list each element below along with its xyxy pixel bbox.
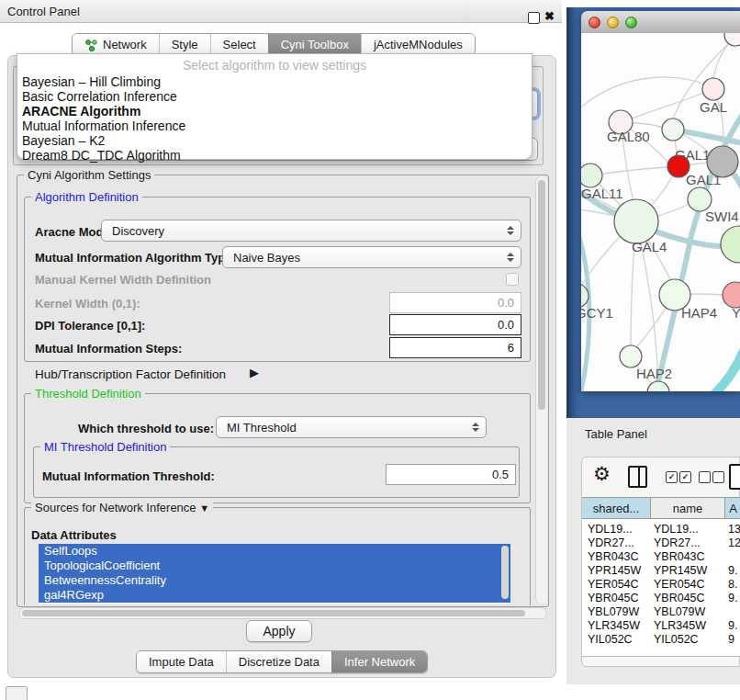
list-item[interactable]: gal4RGexp bbox=[39, 588, 510, 603]
cell[interactable]: YDL19... bbox=[588, 523, 633, 536]
cell[interactable]: YBL079W bbox=[588, 605, 639, 618]
cell[interactable]: YIL052C bbox=[588, 633, 633, 646]
cell[interactable]: YLR345W bbox=[654, 619, 706, 632]
cell[interactable]: YBR043C bbox=[654, 550, 705, 563]
network-node-label: GAL4 bbox=[632, 239, 667, 254]
cell[interactable]: YDL19... bbox=[654, 523, 699, 536]
dpi-tolerance-field[interactable]: 0.0 bbox=[389, 314, 521, 335]
cell[interactable]: YER054C bbox=[654, 578, 705, 591]
which-threshold-combobox[interactable]: MI Threshold bbox=[216, 416, 487, 438]
close-icon[interactable]: ✖ bbox=[544, 9, 555, 23]
dropdown-item[interactable]: Bayesian – Hill Climbing bbox=[17, 74, 532, 89]
dropdown-item[interactable]: Bayesian – K2 bbox=[17, 133, 532, 148]
aracne-mode-combobox[interactable]: Discovery bbox=[101, 220, 521, 242]
cell[interactable]: YLR345W bbox=[588, 619, 640, 632]
tab-jactivemnodules[interactable]: jActiveMNodules bbox=[361, 34, 475, 55]
network-node-label: GAL bbox=[700, 99, 727, 115]
apply-button[interactable]: Apply bbox=[246, 620, 312, 642]
dropdown-item-selected[interactable]: ARACNE Algorithm bbox=[17, 104, 532, 119]
combo-arrows-icon bbox=[507, 253, 514, 262]
columns-icon[interactable] bbox=[628, 466, 647, 488]
list-item[interactable]: SelfLoops bbox=[39, 544, 510, 559]
network-node[interactable] bbox=[723, 282, 740, 308]
column-header-shared-name[interactable]: shared... bbox=[582, 498, 651, 519]
expand-right-icon[interactable]: ▶ bbox=[250, 366, 259, 379]
cell[interactable]: YDR27... bbox=[654, 536, 701, 549]
mi-algorithm-type-combobox[interactable]: Naive Bayes bbox=[222, 246, 521, 268]
cyni-algorithm-settings-title: Cyni Algorithm Settings bbox=[24, 168, 154, 182]
tab-network[interactable]: Network bbox=[73, 34, 159, 55]
network-node[interactable] bbox=[724, 33, 740, 46]
list-item[interactable]: TopologicalCoefficient bbox=[39, 559, 510, 573]
cell[interactable]: YIL052C bbox=[654, 633, 699, 646]
tab-impute-data[interactable]: Impute Data bbox=[137, 651, 226, 672]
network-node[interactable] bbox=[647, 381, 669, 391]
sources-title: Sources for Network Inference ▼ bbox=[31, 501, 213, 514]
network-node[interactable] bbox=[614, 199, 658, 243]
panel-corner-button[interactable] bbox=[6, 686, 28, 700]
mi-steps-field[interactable]: 6 bbox=[389, 337, 521, 358]
close-traffic-light[interactable] bbox=[589, 17, 600, 28]
settings-vertical-scrollbar[interactable] bbox=[535, 176, 547, 604]
tab-select[interactable]: Select bbox=[210, 34, 268, 55]
hub-definition-expander-label[interactable]: Hub/Transcription Factor Definition bbox=[35, 367, 226, 381]
cell[interactable]: YPR145W bbox=[588, 564, 641, 577]
which-threshold-label: Which threshold to use: bbox=[78, 422, 214, 435]
aracne-mode-value: Discovery bbox=[112, 224, 164, 238]
kernel-width-field[interactable]: 0.0 bbox=[389, 292, 521, 313]
attributes-scrollbar-thumb[interactable] bbox=[501, 546, 509, 599]
cell[interactable]: YBR045C bbox=[654, 592, 705, 604]
which-threshold-value: MI Threshold bbox=[227, 421, 297, 435]
cell[interactable]: 9 bbox=[728, 633, 734, 646]
unchecked-checkbox-icon[interactable] bbox=[699, 471, 711, 483]
cell[interactable]: YDR27... bbox=[588, 536, 634, 549]
gear-icon[interactable]: ⚙ bbox=[593, 463, 611, 485]
expand-down-icon[interactable]: ▼ bbox=[199, 502, 209, 514]
list-item[interactable]: BetweennessCentrality bbox=[39, 573, 510, 588]
column-header-clipped[interactable]: A bbox=[725, 498, 740, 519]
column-header-name[interactable]: name bbox=[651, 498, 725, 519]
cell[interactable]: YBL079W bbox=[654, 605, 705, 618]
minimize-traffic-light[interactable] bbox=[607, 17, 619, 28]
unchecked-checkbox-icon[interactable] bbox=[712, 471, 724, 483]
cell[interactable]: 9. bbox=[728, 619, 737, 632]
checked-checkbox-icon[interactable]: ✓ bbox=[679, 471, 691, 483]
cell[interactable]: 8. bbox=[728, 578, 737, 591]
network-node[interactable] bbox=[662, 119, 684, 141]
network-node[interactable] bbox=[620, 345, 642, 367]
settings-horizontal-scrollbar[interactable] bbox=[18, 607, 547, 619]
network-canvas[interactable]: GALGAL80GAL10GAL1GAL11SWI4GAL4GCY1HAP4YH… bbox=[581, 33, 740, 391]
network-node[interactable] bbox=[581, 164, 602, 187]
network-nodes[interactable]: GALGAL80GAL10GAL1GAL11SWI4GAL4GCY1HAP4YH… bbox=[581, 33, 740, 391]
tab-infer-network[interactable]: Infer Network bbox=[331, 651, 427, 672]
float-window-icon[interactable] bbox=[528, 12, 540, 24]
manual-kernel-width-checkbox[interactable] bbox=[506, 273, 519, 286]
settings-vertical-scrollbar-thumb[interactable] bbox=[538, 180, 545, 410]
kernel-width-label: Kernel Width (0,1): bbox=[35, 297, 140, 310]
cell[interactable]: 13 bbox=[728, 523, 740, 536]
tab-style[interactable]: Style bbox=[159, 34, 210, 55]
network-node[interactable] bbox=[721, 226, 740, 263]
cell[interactable]: 9. bbox=[728, 592, 737, 604]
cell[interactable]: YBR045C bbox=[588, 592, 639, 604]
tab-discretize-data[interactable]: Discretize Data bbox=[226, 651, 331, 672]
tab-cyni-toolbox-label: Cyni Toolbox bbox=[281, 38, 349, 51]
network-node[interactable] bbox=[707, 146, 738, 177]
mi-threshold-field[interactable]: 0.5 bbox=[386, 464, 516, 485]
cell[interactable]: 9. bbox=[728, 564, 737, 577]
tab-cyni-toolbox[interactable]: Cyni Toolbox bbox=[268, 34, 361, 55]
cell[interactable]: YER054C bbox=[588, 578, 639, 591]
dropdown-item[interactable]: Dream8 DC_TDC Algorithm bbox=[17, 148, 532, 163]
network-node[interactable] bbox=[702, 78, 724, 100]
zoom-traffic-light[interactable] bbox=[625, 17, 637, 28]
function-builder-icon[interactable] bbox=[729, 464, 740, 490]
cell[interactable]: YPR145W bbox=[654, 564, 707, 577]
network-window-titlebar[interactable] bbox=[581, 11, 740, 34]
settings-horizontal-scrollbar-thumb[interactable] bbox=[22, 610, 525, 616]
cell[interactable]: 12 bbox=[728, 536, 740, 549]
dropdown-item[interactable]: Mutual Information Inference bbox=[17, 119, 532, 133]
checked-checkbox-icon[interactable]: ✓ bbox=[666, 471, 678, 483]
control-panel-title: Control Panel bbox=[0, 5, 80, 18]
dropdown-item[interactable]: Basic Correlation Inference bbox=[17, 89, 532, 104]
cell[interactable]: YBR043C bbox=[588, 550, 639, 563]
